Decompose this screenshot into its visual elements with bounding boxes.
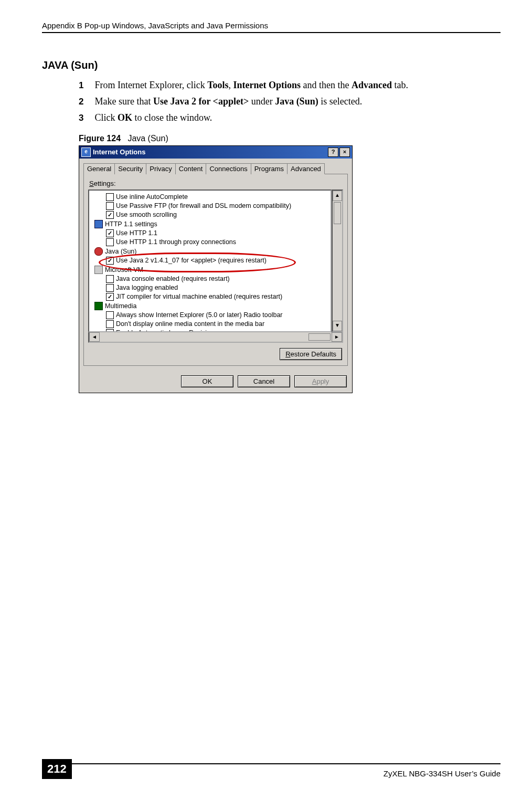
java-icon (94, 247, 103, 256)
step-text-pre: Make sure that (95, 96, 153, 107)
scroll-left-button[interactable]: ◄ (89, 332, 100, 342)
setting-label: Java console enabled (requires restart) (116, 275, 230, 282)
setting-label: Use inline AutoComplete (116, 193, 188, 201)
setting-category-row: Microsoft VM (90, 265, 329, 275)
settings-accel: S (89, 180, 94, 187)
setting-checkbox-row[interactable]: JIT compiler for virtual machine enabled… (90, 292, 329, 301)
setting-label: Use HTTP 1.1 (116, 229, 157, 237)
instruction-list: 1 From Internet Explorer, click Tools, I… (79, 79, 490, 124)
checkbox-icon[interactable] (106, 202, 114, 210)
setting-label: Use Java 2 v1.4.1_07 for <applet> (requi… (116, 257, 267, 264)
setting-checkbox-row[interactable]: Use Java 2 v1.4.1_07 for <applet> (requi… (90, 256, 329, 265)
checkbox-icon[interactable] (106, 211, 114, 219)
step-text-mid1: to close the window. (132, 112, 212, 123)
ie-icon: e (81, 148, 91, 157)
tab-security[interactable]: Security (114, 163, 146, 174)
scroll-thumb[interactable] (334, 202, 341, 224)
setting-label: Use Passive FTP (for firewall and DSL mo… (116, 202, 291, 209)
step-3: 3 Click OK to close the window. (79, 111, 490, 124)
setting-checkbox-row[interactable]: Always show Internet Explorer (5.0 or la… (90, 311, 329, 320)
section-heading: JAVA (Sun) (42, 59, 490, 71)
scroll-track[interactable] (333, 225, 342, 321)
page-content: JAVA (Sun) 1 From Internet Explorer, cli… (0, 33, 532, 393)
checkbox-icon[interactable] (106, 293, 114, 301)
checkbox-icon[interactable] (106, 275, 114, 283)
step-bold-1: Use Java 2 for <applet> (153, 96, 249, 107)
tab-general[interactable]: General (83, 163, 115, 174)
cancel-button[interactable]: Cancel (238, 375, 290, 387)
setting-checkbox-row[interactable]: Java logging enabled (90, 283, 329, 292)
tab-connections[interactable]: Connections (206, 163, 251, 174)
step-text-pre: From Internet Explorer, click (95, 80, 208, 90)
checkbox-icon[interactable] (106, 329, 114, 332)
step-bold-1: OK (118, 112, 132, 123)
ie-icon (94, 220, 103, 228)
tab-programs[interactable]: Programs (251, 163, 288, 174)
tab-advanced-panel: Settings: Use inline AutoCompleteUse Pas… (83, 174, 348, 366)
close-button[interactable]: × (339, 148, 350, 157)
apply-button[interactable]: Apply (294, 375, 347, 387)
scroll-down-button[interactable]: ▼ (333, 321, 342, 331)
setting-checkbox-row[interactable]: Enable Automatic Image Resizing (90, 329, 329, 332)
hscroll-thumb[interactable] (308, 333, 331, 341)
guide-title: ZyXEL NBG-334SH User’s Guide (384, 769, 501, 778)
setting-category-row: Java (Sun) (90, 247, 329, 256)
checkbox-icon[interactable] (106, 229, 114, 237)
setting-label: Enable Automatic Image Resizing (116, 329, 214, 332)
restore-defaults-button[interactable]: Restore Defaults (280, 348, 342, 360)
setting-label: HTTP 1.1 settings (105, 220, 157, 228)
figure-title: Java (Sun) (127, 134, 168, 143)
setting-checkbox-row[interactable]: Use smooth scrolling (90, 210, 329, 219)
setting-label: Java logging enabled (116, 284, 178, 291)
scroll-up-button[interactable]: ▲ (333, 191, 342, 201)
step-bold-2: Java (Sun) (275, 96, 318, 107)
ok-button[interactable]: OK (181, 375, 233, 387)
step-1: 1 From Internet Explorer, click Tools, I… (79, 79, 490, 92)
setting-checkbox-row[interactable]: Use inline AutoComplete (90, 193, 329, 202)
page-footer: 212 ZyXEL NBG-334SH User’s Guide (0, 763, 532, 779)
checkbox-icon[interactable] (106, 238, 114, 246)
step-text-mid1: under (249, 96, 275, 107)
figure-caption: Figure 124 Java (Sun) (79, 134, 490, 143)
step-text-pre: Click (95, 112, 118, 123)
step-text-mid1: , (229, 80, 233, 90)
vertical-scrollbar[interactable]: ▲ ▼ (332, 190, 343, 332)
scroll-right-button[interactable]: ► (332, 332, 342, 342)
setting-checkbox-row[interactable]: Don't display online media content in th… (90, 320, 329, 329)
dialog-button-row: OK Cancel Apply (79, 370, 352, 393)
internet-options-dialog: e Internet Options ? × General Security … (79, 145, 353, 393)
tab-advanced[interactable]: Advanced (287, 163, 325, 174)
tab-content[interactable]: Content (175, 163, 207, 174)
settings-label-text: ettings: (94, 180, 116, 187)
running-header: Appendix B Pop-up Windows, JavaScripts a… (42, 21, 501, 33)
step-2: 2 Make sure that Use Java 2 for <applet>… (79, 95, 490, 108)
step-text-post: tab. (392, 80, 408, 90)
dialog-titlebar[interactable]: e Internet Options ? × (79, 146, 352, 159)
checkbox-icon[interactable] (106, 284, 114, 292)
settings-tree[interactable]: Use inline AutoCompleteUse Passive FTP (… (88, 190, 332, 332)
step-bold-3: Advanced (352, 80, 392, 90)
help-button[interactable]: ? (328, 148, 338, 157)
setting-checkbox-row[interactable]: Use HTTP 1.1 through proxy connections (90, 238, 329, 247)
checkbox-icon[interactable] (106, 320, 114, 328)
step-text-mid2: and then the (301, 80, 352, 90)
checkbox-icon[interactable] (106, 193, 114, 201)
hscroll-track[interactable] (100, 332, 307, 342)
apply-label: pply (316, 377, 329, 385)
tab-privacy[interactable]: Privacy (146, 163, 176, 174)
checkbox-icon[interactable] (106, 311, 114, 319)
step-number: 1 (79, 80, 92, 92)
checkbox-icon[interactable] (106, 257, 114, 265)
step-bold-1: Tools (207, 80, 228, 90)
setting-checkbox-row[interactable]: Use Passive FTP (for firewall and DSL mo… (90, 202, 329, 210)
setting-label: JIT compiler for virtual machine enabled… (116, 293, 282, 300)
setting-label: Use HTTP 1.1 through proxy connections (116, 238, 236, 246)
setting-label: Don't display online media content in th… (116, 320, 264, 328)
dialog-title: Internet Options (93, 148, 145, 156)
horizontal-scrollbar[interactable]: ◄ ► (88, 331, 343, 343)
setting-label: Multimedia (105, 302, 136, 310)
setting-checkbox-row[interactable]: Java console enabled (requires restart) (90, 275, 329, 283)
setting-checkbox-row[interactable]: Use HTTP 1.1 (90, 229, 329, 238)
setting-label: Microsoft VM (105, 266, 143, 273)
restore-label: estore Defaults (291, 350, 336, 358)
